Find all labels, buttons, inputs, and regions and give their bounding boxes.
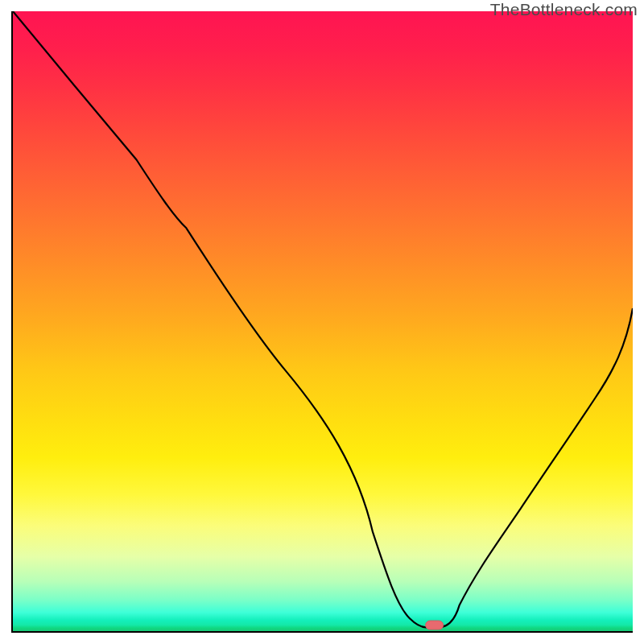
- watermark-text: TheBottleneck.com: [490, 0, 638, 19]
- optimal-marker: [426, 621, 444, 630]
- plot-area: [11, 11, 633, 633]
- bottleneck-curve-path: [13, 11, 633, 627]
- bottleneck-chart: TheBottleneck.com: [0, 0, 644, 644]
- curve-layer: [13, 11, 633, 631]
